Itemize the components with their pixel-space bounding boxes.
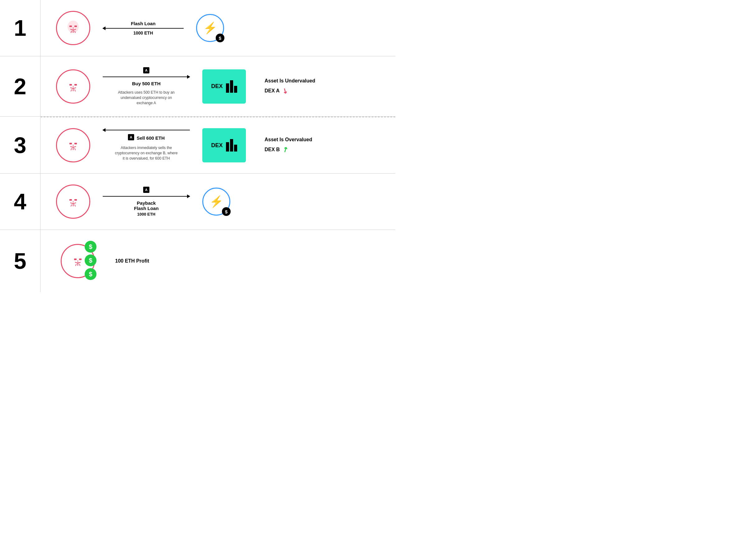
sell-label: Sell 600 ETH	[137, 135, 165, 141]
step-1-number-cell: 1	[0, 0, 41, 56]
bar-3	[234, 86, 237, 93]
dollar-badge-4: $	[222, 207, 231, 216]
step-5-content: $ $ $ 100 ETH Profit	[41, 230, 395, 292]
step-3-number-cell: 3	[0, 117, 41, 173]
svg-rect-8	[74, 84, 77, 85]
svg-line-17	[75, 149, 75, 150]
arrow-left-3	[103, 130, 190, 130]
step-2-row: 2 A Buy 500 ETH Attackers uses 500 ETH t…	[0, 56, 395, 117]
bar-6	[234, 145, 237, 152]
bar-chart-icon-3	[226, 139, 237, 152]
step-3-content: A Sell 600 ETH Attackers immediately sel…	[41, 117, 395, 173]
dex-a-label: DEX A ↘	[264, 87, 315, 95]
buy-desc: Attackers uses 500 ETH to buy an underva…	[113, 90, 179, 105]
svg-rect-2	[74, 26, 77, 27]
svg-line-28	[76, 264, 76, 266]
step-5-number-cell: 5	[0, 230, 41, 292]
arrow-line-4	[103, 196, 190, 196]
svg-line-29	[79, 264, 80, 266]
bolt-icon: ⚡	[203, 22, 217, 34]
svg-rect-25	[74, 259, 77, 260]
bar-1	[226, 83, 229, 93]
flash-loan-source-icon: ⚡ $	[196, 14, 224, 42]
asset-info-3: Asset Is Overvalued DEX B ↗	[264, 137, 312, 154]
step-4-number: 4	[14, 189, 26, 214]
step-1-number: 1	[14, 15, 26, 41]
bar-chart-icon-2	[226, 80, 237, 93]
arrow-line-3	[103, 130, 190, 130]
step-5-row: 5 $ $ $ 100 ETH Profit	[0, 230, 395, 292]
attacker-icon-1	[64, 19, 82, 37]
buy-label: Buy 500 ETH	[132, 81, 161, 86]
arrow-right-2	[103, 77, 190, 77]
svg-rect-14	[74, 143, 77, 144]
step-2-content: A Buy 500 ETH Attackers uses 500 ETH to …	[41, 56, 395, 116]
dex-b-label: DEX B ↗	[264, 145, 312, 154]
attacker-circle-1	[56, 11, 90, 45]
flash-loan-label: Flash Loan	[131, 21, 155, 26]
dex-label-3: DEX	[211, 142, 223, 149]
attacker-icon-2	[64, 77, 82, 96]
a-badge-2: A	[143, 67, 149, 74]
flash-loan-payback-icon: ⚡ $	[202, 188, 230, 216]
step-3-arrow-area: A Sell 600 ETH Attackers immediately sel…	[103, 130, 190, 161]
svg-line-22	[71, 205, 72, 206]
coin-1: $	[85, 241, 97, 252]
arrow-line-2	[103, 77, 190, 77]
asset-overvalued-title: Asset Is Overvalued	[264, 137, 312, 142]
flash-loan-amount: 1000 ETH	[133, 30, 153, 35]
svg-line-10	[71, 89, 72, 91]
payback-line2: Flash Loan	[134, 206, 158, 211]
svg-rect-19	[70, 199, 72, 201]
a-badge-4: A	[143, 187, 149, 193]
attacker-circle-3	[56, 128, 90, 162]
step-2-number-cell: 2	[0, 56, 41, 116]
svg-rect-1	[70, 26, 72, 27]
down-arrow-icon: ↘	[280, 86, 289, 96]
svg-line-16	[71, 149, 72, 150]
arrow-line-1	[103, 28, 184, 29]
attacker-circle-2	[56, 70, 90, 104]
sell-desc: Attackers immediately sells the cryptocu…	[113, 145, 179, 161]
step-4-content: A Payback Flash Loan 1000 ETH ⚡ $	[41, 174, 395, 230]
svg-rect-20	[74, 199, 77, 201]
coin-2: $	[85, 255, 97, 266]
sell-label-row: A Sell 600 ETH	[128, 134, 165, 141]
attacker-circle-4	[56, 185, 90, 219]
attacker-icon-4	[64, 192, 82, 211]
bar-5	[230, 139, 233, 152]
svg-rect-26	[79, 259, 81, 260]
bar-4	[226, 142, 229, 152]
dex-box-2: DEX	[202, 70, 246, 104]
coin-3: $	[85, 268, 97, 280]
bar-2	[230, 80, 233, 93]
attacker-icon-5	[69, 252, 87, 270]
step-4-arrow-area: A Payback Flash Loan 1000 ETH	[103, 187, 190, 216]
profit-label: 100 ETH Profit	[115, 258, 149, 264]
step-3-row: 3 A Sell 600 ETH Attackers immed	[0, 117, 395, 174]
dollar-badge-1: $	[216, 34, 225, 42]
arrow-left-1	[103, 28, 184, 29]
payback-line1: Payback	[134, 201, 158, 206]
step-4-number-cell: 4	[0, 174, 41, 230]
step-1-content: Flash Loan 1000 ETH ⚡ $	[41, 0, 395, 56]
dex-box-3: DEX	[202, 128, 246, 162]
svg-line-11	[75, 89, 75, 91]
arrow-right-4	[103, 196, 190, 196]
step-3-number: 3	[14, 133, 26, 158]
bolt-icon-4: ⚡	[209, 195, 224, 208]
svg-line-23	[75, 205, 75, 206]
step-1-arrow-area: Flash Loan 1000 ETH	[103, 21, 184, 35]
step-1-row: 1 Flash Loan	[0, 0, 395, 56]
asset-undervalued-title: Asset Is Undervalued	[264, 78, 315, 84]
step-2-number: 2	[14, 74, 26, 99]
up-arrow-icon: ↗	[281, 145, 290, 155]
profit-attacker-group: $ $ $	[56, 241, 97, 281]
step-2-arrow-area: A Buy 500 ETH Attackers uses 500 ETH to …	[103, 67, 190, 105]
asset-info-2: Asset Is Undervalued DEX A ↘	[264, 78, 315, 95]
svg-rect-13	[70, 143, 72, 144]
payback-labels: Payback Flash Loan 1000 ETH	[134, 201, 158, 216]
svg-rect-7	[70, 84, 72, 85]
step-4-row: 4 A Payback Flash Loan 1000 ETH	[0, 174, 395, 230]
a-badge-3: A	[128, 134, 134, 140]
